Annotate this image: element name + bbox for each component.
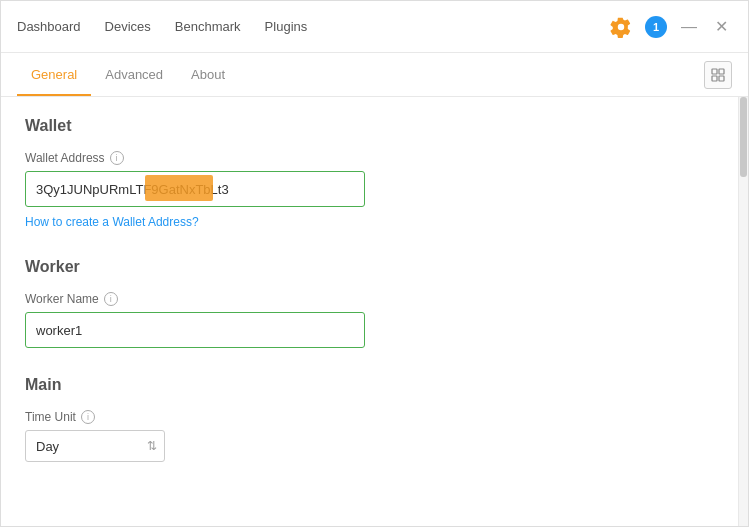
wallet-section: Wallet Wallet Address i How to create a … [25, 117, 714, 230]
scrollbar-thumb[interactable] [740, 97, 747, 177]
notification-badge[interactable]: 1 [645, 16, 667, 38]
nav-benchmark[interactable]: Benchmark [175, 15, 241, 38]
title-bar: Dashboard Devices Benchmark Plugins 1 — … [1, 1, 748, 53]
nav-devices[interactable]: Devices [105, 15, 151, 38]
wallet-section-title: Wallet [25, 117, 714, 135]
svg-rect-3 [719, 76, 724, 81]
worker-name-info-icon[interactable]: i [104, 292, 118, 306]
create-wallet-link[interactable]: How to create a Wallet Address? [25, 215, 199, 229]
grid-icon [711, 68, 725, 82]
worker-name-input[interactable] [25, 312, 365, 348]
svg-rect-1 [719, 69, 724, 74]
nav-items: Dashboard Devices Benchmark Plugins [17, 15, 607, 38]
tab-bar: General Advanced About [1, 53, 748, 97]
svg-rect-0 [712, 69, 717, 74]
time-unit-select-wrapper: Day Hour Minute ⇅ [25, 430, 165, 462]
wallet-address-info-icon[interactable]: i [110, 151, 124, 165]
title-bar-controls: 1 — ✕ [607, 13, 732, 41]
main-section-title: Main [25, 376, 714, 394]
tabs: General Advanced About [17, 55, 239, 95]
wallet-input-wrapper [25, 171, 365, 207]
settings-icon[interactable] [607, 13, 635, 41]
close-button[interactable]: ✕ [711, 17, 732, 37]
svg-rect-2 [712, 76, 717, 81]
time-unit-info-icon[interactable]: i [81, 410, 95, 424]
tab-advanced[interactable]: Advanced [91, 55, 177, 96]
wallet-address-label: Wallet Address i [25, 151, 714, 165]
worker-section: Worker Worker Name i [25, 258, 714, 348]
content-area: Wallet Wallet Address i How to create a … [1, 97, 748, 526]
wallet-address-input[interactable] [25, 171, 365, 207]
tab-general[interactable]: General [17, 55, 91, 96]
app-window: Dashboard Devices Benchmark Plugins 1 — … [0, 0, 749, 527]
time-unit-label: Time Unit i [25, 410, 714, 424]
minimize-button[interactable]: — [677, 17, 701, 37]
grid-view-button[interactable] [704, 61, 732, 89]
scroll-content: Wallet Wallet Address i How to create a … [1, 97, 738, 526]
tab-about[interactable]: About [177, 55, 239, 96]
nav-dashboard[interactable]: Dashboard [17, 15, 81, 38]
scrollbar[interactable] [738, 97, 748, 526]
nav-plugins[interactable]: Plugins [265, 15, 308, 38]
worker-section-title: Worker [25, 258, 714, 276]
time-unit-select[interactable]: Day Hour Minute [25, 430, 165, 462]
worker-name-label: Worker Name i [25, 292, 714, 306]
main-section: Main Time Unit i Day Hour Minute ⇅ [25, 376, 714, 462]
